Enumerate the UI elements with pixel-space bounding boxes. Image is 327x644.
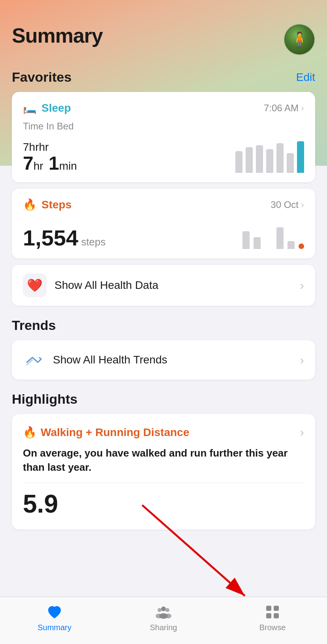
trends-chevron: › <box>300 353 304 367</box>
steps-title: Steps <box>41 198 71 211</box>
sleep-bar-2 <box>246 147 253 173</box>
sleep-bar-7-highlight <box>297 141 304 173</box>
highlight-flame-icon: 🔥 <box>23 426 37 439</box>
steps-bar-6 <box>288 241 295 249</box>
svg-point-6 <box>161 607 166 611</box>
page-title: Summary <box>12 24 103 47</box>
health-heart-icon: ❤️ <box>23 273 47 297</box>
tab-browse[interactable]: Browse <box>249 603 296 632</box>
trends-section-header: Trends <box>12 318 315 333</box>
tab-bar: Summary Sharing Browse <box>0 597 327 644</box>
tab-browse-icon <box>264 603 281 621</box>
tab-summary-label: Summary <box>38 623 71 632</box>
trends-section: Trends Show All Health Trends › <box>12 318 315 380</box>
health-data-label: Show All Health Data <box>54 279 292 292</box>
sleep-bar-chart <box>235 141 304 173</box>
sleep-icon: 🛏️ <box>23 101 37 114</box>
health-chevron: › <box>300 278 304 293</box>
sleep-card-header: 🛏️ Sleep 7:06 AM › <box>23 101 304 114</box>
favorites-section-header: Favorites Edit <box>12 69 315 85</box>
svg-point-9 <box>156 614 162 618</box>
time-in-bed-label: Time In Bed <box>23 121 77 132</box>
sleep-bar-6 <box>287 153 294 173</box>
sleep-time: Time In Bed 7hrhr 7hr 1min <box>23 121 77 173</box>
steps-bar-2 <box>242 231 250 249</box>
sleep-title-row: 🛏️ Sleep <box>23 101 71 114</box>
svg-rect-14 <box>266 613 271 618</box>
favorites-title: Favorites <box>12 69 71 85</box>
tab-summary-icon <box>46 603 63 621</box>
highlights-card[interactable]: 🔥 Walking + Running Distance › On averag… <box>12 414 315 530</box>
tab-summary[interactable]: Summary <box>31 603 78 632</box>
steps-value-container: 1,554 steps <box>23 227 106 249</box>
sleep-value: 7hrhr <box>23 135 77 154</box>
svg-rect-12 <box>266 606 271 611</box>
trends-card[interactable]: Show All Health Trends › <box>12 340 315 380</box>
steps-value: 1,554 steps <box>23 227 106 249</box>
trends-title: Trends <box>12 318 56 333</box>
sleep-bar-1 <box>235 151 242 173</box>
sleep-duration: 7hr 1min <box>23 154 77 173</box>
steps-bar-5 <box>276 227 284 249</box>
tab-sharing[interactable]: Sharing <box>140 603 187 632</box>
tab-sharing-icon <box>155 603 172 621</box>
sleep-date: 7:06 AM › <box>264 103 304 114</box>
svg-point-11 <box>165 614 171 618</box>
svg-line-1 <box>32 358 38 362</box>
steps-title-row: 🔥 Steps <box>23 198 71 211</box>
tab-sharing-label: Sharing <box>150 623 177 632</box>
steps-content: 1,554 steps <box>23 217 304 249</box>
svg-rect-13 <box>274 606 279 611</box>
trends-label: Show All Health Trends <box>53 354 292 366</box>
highlight-title-row: 🔥 Walking + Running Distance › <box>23 425 304 440</box>
sleep-card[interactable]: 🛏️ Sleep 7:06 AM › Time In Bed 7hrhr 7hr… <box>12 92 315 182</box>
avatar[interactable] <box>284 24 315 55</box>
steps-date: 30 Oct › <box>271 199 304 210</box>
highlights-title: Highlights <box>12 391 77 407</box>
sleep-bar-4 <box>266 149 273 173</box>
sleep-title: Sleep <box>41 102 71 114</box>
highlight-description: On average, you have walked and run furt… <box>23 446 304 475</box>
steps-card-header: 🔥 Steps 30 Oct › <box>23 198 304 211</box>
highlight-chevron: › <box>300 425 304 440</box>
edit-button[interactable]: Edit <box>296 71 315 84</box>
tab-browse-label: Browse <box>259 623 286 632</box>
steps-chevron: › <box>301 199 304 210</box>
avatar-image <box>284 24 314 54</box>
highlight-value: 5.9 <box>23 489 304 519</box>
highlight-item-title: 🔥 Walking + Running Distance <box>23 426 189 439</box>
highlights-section-header: Highlights <box>12 391 315 407</box>
svg-point-10 <box>165 608 169 612</box>
show-all-health-card[interactable]: ❤️ Show All Health Data › <box>12 265 315 306</box>
sleep-bar-5 <box>276 143 284 173</box>
steps-bar-3 <box>254 237 261 249</box>
trends-icon <box>23 349 45 371</box>
sleep-bar-3 <box>256 145 263 173</box>
flame-icon: 🔥 <box>23 198 37 211</box>
page-header: Summary <box>12 24 315 55</box>
svg-point-8 <box>158 608 162 612</box>
steps-dot <box>299 243 304 249</box>
highlight-divider <box>23 483 304 483</box>
highlights-section: Highlights 🔥 Walking + Running Distance … <box>12 391 315 530</box>
sleep-content: Time In Bed 7hrhr 7hr 1min <box>23 121 304 173</box>
sleep-chevron: › <box>301 103 304 114</box>
steps-card[interactable]: 🔥 Steps 30 Oct › 1,554 steps <box>12 189 315 258</box>
svg-rect-15 <box>274 613 279 618</box>
steps-bar-chart <box>231 217 304 249</box>
